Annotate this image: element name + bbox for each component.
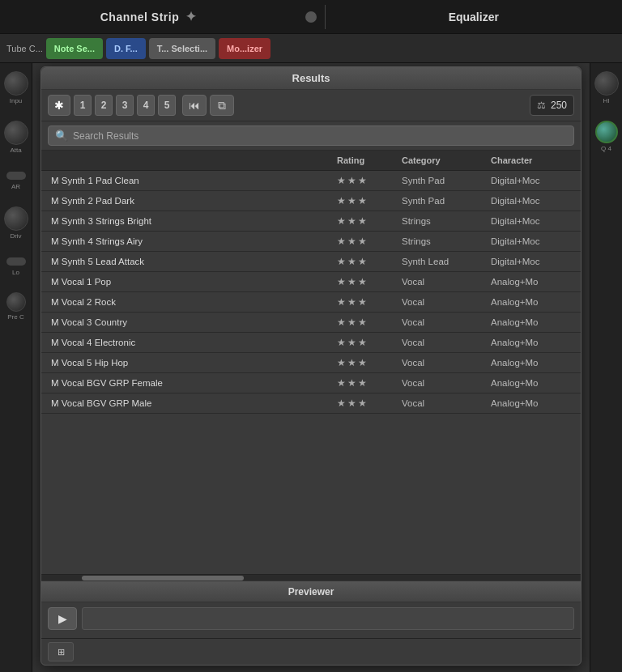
table-row[interactable]: M Synth 4 Strings Airy ★★★ Strings Digit… xyxy=(41,232,581,252)
results-title: Results xyxy=(41,67,581,90)
cell-name: M Synth 2 Pad Dark xyxy=(45,192,330,210)
col-category: Category xyxy=(395,151,484,170)
cell-rating: ★★★ xyxy=(330,353,395,372)
num-btn-1[interactable]: 1 xyxy=(74,95,92,116)
cell-rating: ★★★ xyxy=(330,191,395,211)
grid-view-btn[interactable]: ⊞ xyxy=(48,642,74,661)
cell-name: M Synth 1 Pad Clean xyxy=(45,172,330,189)
num-btn-5[interactable]: 5 xyxy=(158,95,176,116)
cell-category: Synth Pad xyxy=(395,192,484,210)
note-select-btn[interactable]: Note Se... xyxy=(46,38,103,59)
table-row[interactable]: M Synth 2 Pad Dark ★★★ Synth Pad Digital… xyxy=(41,191,581,211)
table-row[interactable]: M Synth 3 Strings Bright ★★★ Strings Dig… xyxy=(41,211,581,232)
ar-toggle[interactable] xyxy=(6,172,26,180)
cell-rating: ★★★ xyxy=(330,393,395,413)
prec-label: Pre C xyxy=(7,313,23,321)
center-area: Results ✱ 1 2 3 4 5 ⏮ ⧉ ⚖ 250 🔍 xyxy=(32,63,590,672)
col-name xyxy=(45,151,330,170)
q4-knob[interactable] xyxy=(595,121,618,143)
lo-label: Lo xyxy=(12,269,19,276)
table-body[interactable]: M Synth 1 Pad Clean ★★★ Synth Pad Digita… xyxy=(41,171,581,574)
count-number: 250 xyxy=(551,100,567,111)
count-icon: ⚖ xyxy=(537,100,546,111)
play-button[interactable]: ▶ xyxy=(48,607,77,630)
input-knob-group: Inpu xyxy=(4,71,28,104)
equalizer-tab[interactable]: Equalizer xyxy=(326,11,623,23)
cell-rating: ★★★ xyxy=(330,171,395,190)
cell-character: Analog+Mo xyxy=(484,293,577,311)
cell-character: Analog+Mo xyxy=(484,394,577,412)
cell-name: M Synth 3 Strings Bright xyxy=(45,212,330,230)
num-btn-4[interactable]: 4 xyxy=(137,95,155,116)
table-row[interactable]: M Vocal 2 Rock ★★★ Vocal Analog+Mo xyxy=(41,292,581,313)
bottom-bar: ⊞ xyxy=(41,638,581,665)
cell-rating: ★★★ xyxy=(330,211,395,231)
cell-character: Digital+Moc xyxy=(484,253,577,270)
reset-btn[interactable]: ⏮ xyxy=(182,95,207,116)
search-icon: 🔍 xyxy=(55,130,68,142)
table-row[interactable]: M Vocal BGV GRP Female ★★★ Vocal Analog+… xyxy=(41,373,581,393)
table-row[interactable]: M Vocal 4 Electronic ★★★ Vocal Analog+Mo xyxy=(41,333,581,353)
input-knob-label: Inpu xyxy=(10,97,23,104)
lo-toggle[interactable] xyxy=(6,257,26,266)
cell-name: M Vocal 5 Hip Hop xyxy=(45,354,330,372)
cell-character: Analog+Mo xyxy=(484,354,577,372)
cell-name: M Vocal 2 Rock xyxy=(45,293,330,311)
right-panel: HI Q 4 xyxy=(590,63,622,672)
input-knob[interactable] xyxy=(4,71,28,96)
drive-knob[interactable] xyxy=(4,206,28,231)
cell-rating: ★★★ xyxy=(330,232,395,251)
previewer-title: Previewer xyxy=(41,581,581,602)
ar-label: AR xyxy=(11,183,20,190)
table-row[interactable]: M Vocal 1 Pop ★★★ Vocal Analog+Mo xyxy=(41,272,581,292)
cell-rating: ★★★ xyxy=(330,313,395,332)
ar-knob-group: AR xyxy=(6,170,26,190)
cell-category: Synth Pad xyxy=(395,172,484,189)
attack-knob[interactable] xyxy=(4,121,28,145)
cell-name: M Vocal 4 Electronic xyxy=(45,334,330,351)
prec-knob[interactable] xyxy=(6,292,26,312)
table-row[interactable]: M Vocal 3 Country ★★★ Vocal Analog+Mo xyxy=(41,313,581,333)
num-btn-3[interactable]: 3 xyxy=(116,95,134,116)
shuffle-btn[interactable]: ⧉ xyxy=(210,95,234,116)
cell-category: Vocal xyxy=(395,293,484,311)
cell-character: Digital+Moc xyxy=(484,232,577,250)
cell-category: Strings xyxy=(395,212,484,230)
hi-knob-group: HI xyxy=(594,71,619,104)
search-bar: 🔍 Search Results xyxy=(41,121,581,151)
q4-label: Q 4 xyxy=(601,145,611,152)
lo-knob-group: Lo xyxy=(6,256,26,276)
hi-label: HI xyxy=(603,97,610,104)
moizer-btn[interactable]: Mo...izer xyxy=(219,38,271,59)
waveform-display xyxy=(82,607,574,630)
search-input-wrap[interactable]: 🔍 Search Results xyxy=(48,125,574,146)
table-row[interactable]: M Synth 5 Lead Attack ★★★ Synth Lead Dig… xyxy=(41,252,581,272)
cell-category: Vocal xyxy=(395,354,484,372)
q4-knob-group: Q 4 xyxy=(595,121,618,152)
drive-knob-label: Driv xyxy=(10,232,21,240)
table-row[interactable]: M Vocal 5 Hip Hop ★★★ Vocal Analog+Mo xyxy=(41,353,581,373)
cell-character: Digital+Moc xyxy=(484,192,577,210)
tab-indicator-dot xyxy=(305,11,317,23)
top-bar: Channel Strip ✦ Equalizer xyxy=(0,0,622,34)
star-filter-btn[interactable]: ✱ xyxy=(48,95,70,116)
search-placeholder: Search Results xyxy=(73,130,138,142)
cell-character: Analog+Mo xyxy=(484,374,577,392)
cell-rating: ★★★ xyxy=(330,252,395,271)
hi-knob[interactable] xyxy=(594,71,619,96)
channel-strip-tab[interactable]: Channel Strip ✦ xyxy=(0,9,297,24)
cell-rating: ★★★ xyxy=(330,373,395,393)
df-btn[interactable]: D. F... xyxy=(106,38,146,59)
cell-category: Vocal xyxy=(395,334,484,351)
tube-label: Tube C... xyxy=(6,44,43,53)
table-row[interactable]: M Synth 1 Pad Clean ★★★ Synth Pad Digita… xyxy=(41,171,581,191)
num-btn-2[interactable]: 2 xyxy=(95,95,113,116)
left-panel: Inpu Atta AR Driv Lo Pre C xyxy=(0,63,32,672)
cell-rating: ★★★ xyxy=(330,272,395,291)
t-selection-btn[interactable]: T... Selecti... xyxy=(149,38,215,59)
scroll-thumb[interactable] xyxy=(82,576,244,581)
table-row[interactable]: M Vocal BGV GRP Male ★★★ Vocal Analog+Mo xyxy=(41,393,581,414)
main-area: Inpu Atta AR Driv Lo Pre C Results xyxy=(0,63,622,672)
modal-toolbar: ✱ 1 2 3 4 5 ⏮ ⧉ ⚖ 250 xyxy=(41,90,581,121)
cell-rating: ★★★ xyxy=(330,292,395,312)
